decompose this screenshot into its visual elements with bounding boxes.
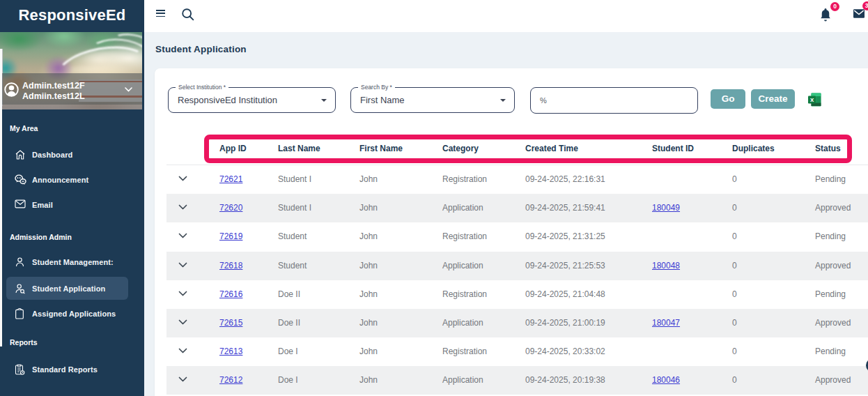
svg-text:x: x: [810, 96, 814, 103]
